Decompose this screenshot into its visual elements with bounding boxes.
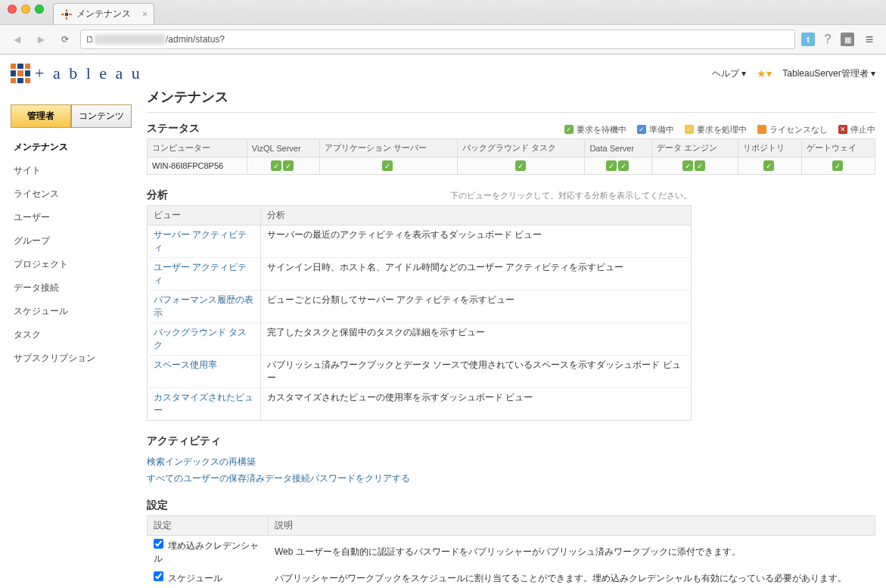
sidebar-item[interactable]: サイト: [11, 159, 132, 182]
analysis-view-link[interactable]: バックグラウンド タスク: [154, 327, 247, 350]
close-icon[interactable]: ×: [142, 9, 148, 20]
setting-desc: Web ユーザーを自動的に認証するパスワードをパブリッシャーがパブリッシュ済みワ…: [269, 536, 875, 569]
status-cell: ✓✓: [651, 157, 738, 175]
tableau-favicon: [61, 9, 72, 20]
activity-title: アクティビティ: [147, 434, 875, 448]
status-cell: ✓✓: [247, 157, 319, 175]
browser-chrome: メンテナンス × ◀ ▶ ⟳ 🗋 xxxxxxxxxxxxxxx /admin/…: [0, 0, 886, 54]
status-column-header: Data Server: [585, 139, 651, 157]
tab-title: メンテナンス: [76, 8, 131, 20]
url-bar[interactable]: 🗋 xxxxxxxxxxxxxxx /admin/status?: [80, 30, 795, 49]
logo-text: + a b l e a u: [35, 64, 142, 83]
activity-link[interactable]: 検索インデックスの再構築: [147, 456, 875, 468]
check-icon: ✓: [763, 160, 774, 171]
favorites-menu[interactable]: ★▾: [757, 67, 772, 79]
analysis-desc: サインイン日時、ホスト名、アイドル時間などのユーザー アクティビティを示すビュー: [261, 258, 692, 291]
status-table: コンピューターVizQL Serverアプリケーション サーバーバックグラウンド…: [147, 138, 875, 175]
legend-label: 停止中: [850, 124, 875, 135]
status-cell: ✓: [457, 157, 585, 175]
analysis-col-desc: 分析: [261, 206, 692, 226]
sidebar-item[interactable]: サブスクリプション: [11, 347, 132, 370]
sidebar-item[interactable]: ライセンス: [11, 182, 132, 206]
status-title: ステータス: [147, 122, 200, 135]
settings-table: 設定 説明 埋め込みクレデンシャルWeb ユーザーを自動的に認証するパスワードを…: [147, 515, 875, 588]
settings-col-desc: 説明: [269, 516, 875, 536]
activity-link[interactable]: すべてのユーザーの保存済みデータ接続パスワードをクリアする: [147, 472, 875, 485]
window-minimize[interactable]: [21, 5, 30, 14]
analysis-desc: サーバーの最近のアクティビティを表示するダッシュボード ビュー: [261, 226, 692, 258]
sidebar-item[interactable]: ユーザー: [11, 206, 132, 229]
status-column-header: VizQL Server: [247, 139, 319, 157]
sidebar-item[interactable]: メンテナンス: [11, 135, 132, 159]
svg-rect-4: [65, 13, 68, 16]
settings-col-setting: 設定: [148, 516, 269, 536]
legend-item: ✕停止中: [838, 124, 875, 135]
legend-item: ✓要求を処理中: [685, 124, 747, 135]
extension-help-icon[interactable]: ?: [821, 33, 835, 46]
setting-checkbox[interactable]: [154, 571, 163, 581]
table-row: 埋め込みクレデンシャルWeb ユーザーを自動的に認証するパスワードをパブリッシャ…: [148, 536, 875, 569]
tab-admin[interactable]: 管理者: [11, 104, 71, 128]
legend-label: 準備中: [649, 124, 674, 135]
help-menu[interactable]: ヘルプ ▾: [712, 67, 746, 80]
sidebar-item[interactable]: データ接続: [11, 276, 132, 300]
forward-button[interactable]: ▶: [32, 30, 50, 48]
status-column-header: バックグラウンド タスク: [457, 139, 585, 157]
window-close[interactable]: [8, 5, 17, 14]
sidebar-item[interactable]: プロジェクト: [11, 253, 132, 276]
legend-square-icon: ✓: [637, 125, 646, 134]
table-row: ユーザー アクティビティサインイン日時、ホスト名、アイドル時間などのユーザー ア…: [148, 258, 692, 291]
status-column-header: ゲートウェイ: [801, 139, 875, 157]
legend-item: ✓要求を待機中: [564, 124, 626, 135]
setting-name: スケジュール: [168, 573, 222, 583]
logo[interactable]: + a b l e a u: [11, 64, 142, 83]
table-row: スペース使用率パブリッシュ済みワークブックとデータ ソースで使用されているスペー…: [148, 356, 692, 388]
check-icon: ✓: [832, 160, 843, 171]
svg-rect-3: [69, 14, 72, 15]
table-row: バックグラウンド タスク完了したタスクと保留中のタスクの詳細を示すビュー: [148, 323, 692, 356]
check-icon: ✓: [515, 160, 526, 171]
analysis-view-link[interactable]: パフォーマンス履歴の表示: [154, 294, 253, 318]
sidebar: 管理者 コンテンツ メンテナンスサイトライセンスユーザーグループプロジェクトデー…: [11, 104, 132, 370]
status-column-header: リポジトリ: [738, 139, 802, 157]
menu-icon[interactable]: ≡: [860, 30, 878, 48]
browser-tab[interactable]: メンテナンス ×: [53, 3, 154, 24]
status-cell: ✓✓: [585, 157, 651, 175]
analysis-view-link[interactable]: ユーザー アクティビティ: [154, 262, 247, 285]
legend-item: ライセンスなし: [757, 124, 828, 135]
toolbar: ◀ ▶ ⟳ 🗋 xxxxxxxxxxxxxxx /admin/status? t…: [0, 24, 886, 54]
status-cell: ✓: [738, 157, 802, 175]
analysis-view-link[interactable]: カスタマイズされたビュー: [154, 392, 253, 415]
legend-square-icon: ✓: [564, 125, 574, 134]
back-button[interactable]: ◀: [8, 30, 26, 48]
check-icon: ✓: [682, 160, 693, 171]
analysis-desc: パブリッシュ済みワークブックとデータ ソースで使用されているスペースを示すダッシ…: [261, 356, 692, 388]
analysis-view-link[interactable]: サーバー アクティビティ: [154, 229, 247, 253]
sidebar-item[interactable]: グループ: [11, 229, 132, 253]
table-row: スケジュールパブリッシャーがワークブックをスケジュールに割り当てることができます…: [148, 568, 875, 588]
url-path: /admin/status?: [166, 34, 225, 45]
reload-button[interactable]: ⟳: [56, 30, 74, 48]
status-column-header: コンピューター: [148, 139, 247, 157]
status-column-header: データ エンジン: [651, 139, 738, 157]
analysis-desc: カスタマイズされたビューの使用率を示すダッシュボード ビュー: [261, 388, 692, 421]
user-menu[interactable]: TableauServer管理者 ▾: [782, 67, 875, 80]
analysis-hint: 下のビューをクリックして、対応する分析を表示してください。: [450, 190, 692, 201]
table-row: サーバー アクティビティサーバーの最近のアクティビティを表示するダッシュボード …: [148, 226, 692, 258]
page-icon: 🗋: [85, 34, 95, 45]
sidebar-item[interactable]: スケジュール: [11, 300, 132, 323]
svg-rect-2: [61, 14, 64, 15]
setting-checkbox[interactable]: [154, 539, 163, 549]
sidebar-item[interactable]: タスク: [11, 323, 132, 347]
tab-content[interactable]: コンテンツ: [71, 104, 132, 128]
page-title: メンテナンス: [147, 88, 875, 113]
status-cell: ✓: [801, 157, 875, 175]
analysis-title: 分析: [147, 188, 168, 202]
logo-mark-icon: [11, 64, 30, 83]
analysis-view-link[interactable]: スペース使用率: [154, 359, 217, 370]
status-column-header: アプリケーション サーバー: [319, 139, 457, 157]
table-row: パフォーマンス履歴の表示ビューごとに分類してサーバー アクティビティを示すビュー: [148, 291, 692, 323]
window-zoom[interactable]: [35, 5, 44, 14]
extension-t-icon[interactable]: t: [801, 33, 815, 46]
extension-box-icon[interactable]: ▦: [841, 33, 854, 46]
